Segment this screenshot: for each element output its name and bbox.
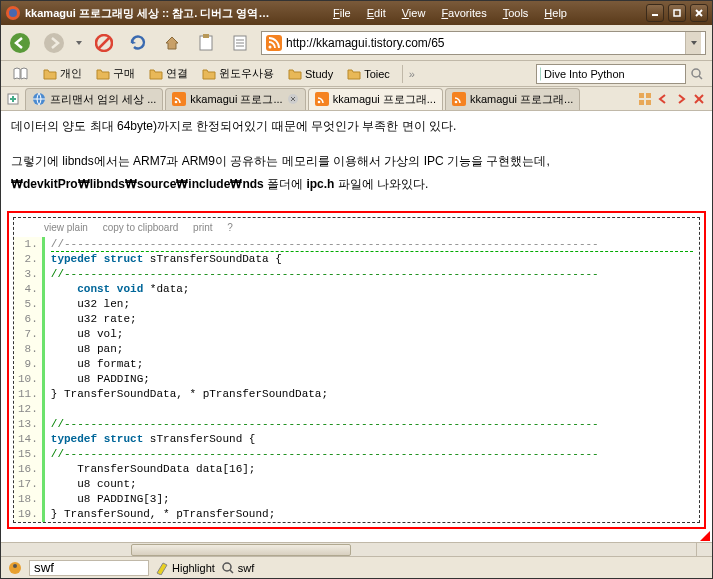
svg-point-27 [175,101,178,104]
firefox-icon [5,5,21,21]
code-body: 1.2.3.4.5.6.7.8.9.10.11.12.13.14.15.16.1… [14,237,699,522]
back-button[interactable] [7,30,33,56]
tab-close-icon[interactable] [287,93,299,105]
svg-point-43 [223,563,231,571]
close-button[interactable] [690,4,708,22]
forward-button[interactable] [41,30,67,56]
bookmark-windows[interactable]: 윈도우사용 [196,64,280,83]
copy-link[interactable]: copy to clipboard [103,222,179,233]
svg-point-42 [13,564,17,568]
print-link[interactable]: print [193,222,212,233]
highlight-button[interactable]: Highlight [155,561,215,575]
tab-next-icon[interactable] [674,92,688,106]
menu-edit[interactable]: Edit [359,5,394,21]
bookmark-toiec[interactable]: Toiec [341,65,396,83]
menu-file[interactable]: File [325,5,359,21]
rss-icon [266,35,282,51]
svg-rect-38 [646,100,651,105]
menu-view[interactable]: View [394,5,434,21]
bookmark-buy[interactable]: 구매 [90,64,141,83]
scrollbar-thumb[interactable] [131,544,351,556]
tab-3[interactable]: kkamagui 프로그래... [445,88,580,110]
article-text: ₩devkitPro₩libnds₩source₩include₩nds 폴더에… [11,175,702,194]
tab-1[interactable]: kkamagui 프로그... [165,88,305,110]
rss-icon [452,92,466,106]
status-input-1[interactable] [29,560,149,576]
highlight-icon [155,561,169,575]
url-dropdown[interactable] [685,32,701,54]
bookmark-study[interactable]: Study [282,65,339,83]
minimize-button[interactable] [646,4,664,22]
svg-rect-36 [646,93,651,98]
article-text: 그렇기에 libnds에서는 ARM7과 ARM9이 공유하는 메모리를 이용해… [11,152,702,171]
tab-prev-icon[interactable] [656,92,670,106]
google-icon: G [540,67,541,81]
rss-icon [315,92,329,106]
svg-point-7 [44,33,64,53]
chevron-right-icon[interactable]: » [409,68,415,80]
svg-point-32 [317,101,320,104]
new-tab-button[interactable] [3,89,23,109]
note-icon[interactable] [227,30,253,56]
divider [402,65,403,83]
home-button[interactable] [159,30,185,56]
page-content: 데이터의 양도 최대 64byte)까지로 한정되어있기 때문에 무엇인가 부족… [1,111,712,556]
menu-bar: File Edit View Favorites Tools Help [325,5,575,21]
tab-0[interactable]: 프리맨서 엄의 세상 ... [25,88,163,110]
globe-icon [32,92,46,106]
svg-rect-37 [639,100,644,105]
svg-rect-16 [266,35,282,51]
horizontal-scrollbar[interactable] [1,542,696,556]
bookmark-bar: 개인 구매 연결 윈도우사용 Study Toiec » G [1,61,712,87]
url-bar[interactable] [261,31,706,55]
bookmark-link[interactable]: 연결 [143,64,194,83]
rss-icon [172,92,186,106]
svg-rect-11 [203,34,209,38]
article-text: 데이터의 양도 최대 64byte)까지로 한정되어있기 때문에 무엇인가 부족… [11,117,702,136]
code-lines: //--------------------------------------… [45,237,699,522]
svg-line-21 [699,76,702,79]
firebug-icon[interactable] [7,560,23,576]
svg-rect-3 [674,10,680,16]
dropdown-arrow[interactable] [75,37,83,49]
url-input[interactable] [286,36,681,50]
tab-2[interactable]: kkamagui 프로그래... [308,88,443,110]
help-link[interactable]: ? [227,222,233,233]
search-go-button[interactable] [688,65,706,83]
svg-point-1 [9,9,17,17]
svg-rect-35 [639,93,644,98]
svg-line-44 [230,570,233,573]
svg-line-9 [99,38,109,48]
menu-help[interactable]: Help [536,5,575,21]
window-title: kkamagui 프로그래밍 세상 :: 참고. 디버그 영역을 이용한... [25,6,275,21]
search-input[interactable] [544,68,682,80]
svg-point-6 [10,33,30,53]
open-book-icon[interactable] [7,65,35,83]
search-icon [221,561,235,575]
resize-grip-icon[interactable] [700,531,710,541]
titlebar: kkamagui 프로그래밍 세상 :: 참고. 디버그 영역을 이용한... … [1,1,712,25]
svg-point-17 [269,45,272,48]
svg-point-20 [692,69,700,77]
clipboard-icon[interactable] [193,30,219,56]
reload-button[interactable] [125,30,151,56]
nav-toolbar [1,25,712,61]
code-toolbar: view plain copy to clipboard print ? [14,218,699,237]
tab-bar: 프리맨서 엄의 세상 ... kkamagui 프로그... kkamagui … [1,87,712,111]
line-gutter: 1.2.3.4.5.6.7.8.9.10.11.12.13.14.15.16.1… [14,237,45,522]
bookmark-personal[interactable]: 개인 [37,64,88,83]
search-status-button[interactable]: swf [221,561,255,575]
viewplain-link[interactable]: view plain [44,222,88,233]
stop-button[interactable] [91,30,117,56]
status-bar: Highlight swf [1,556,712,578]
svg-rect-10 [200,36,212,50]
search-box[interactable]: G [536,64,686,84]
menu-favorites[interactable]: Favorites [433,5,494,21]
menu-tools[interactable]: Tools [495,5,537,21]
tab-close-all-icon[interactable] [692,92,706,106]
scroll-corner [696,542,712,556]
maximize-button[interactable] [668,4,686,22]
grid-icon[interactable] [638,92,652,106]
code-block-highlight: view plain copy to clipboard print ? 1.2… [7,211,706,529]
svg-point-34 [455,101,458,104]
